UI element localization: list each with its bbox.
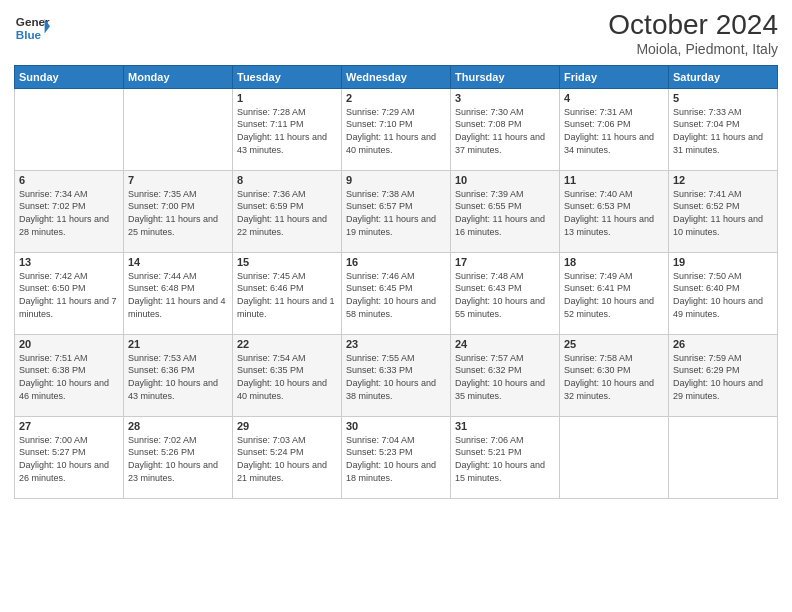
day-cell: 3Sunrise: 7:30 AM Sunset: 7:08 PM Daylig… [451,88,560,170]
day-info: Sunrise: 7:50 AM Sunset: 6:40 PM Dayligh… [673,270,773,320]
week-row-2: 6Sunrise: 7:34 AM Sunset: 7:02 PM Daylig… [15,170,778,252]
week-row-1: 1Sunrise: 7:28 AM Sunset: 7:11 PM Daylig… [15,88,778,170]
week-row-3: 13Sunrise: 7:42 AM Sunset: 6:50 PM Dayli… [15,252,778,334]
day-number: 26 [673,338,773,350]
day-cell: 2Sunrise: 7:29 AM Sunset: 7:10 PM Daylig… [342,88,451,170]
day-cell [669,416,778,498]
day-info: Sunrise: 7:41 AM Sunset: 6:52 PM Dayligh… [673,188,773,238]
day-number: 27 [19,420,119,432]
week-row-4: 20Sunrise: 7:51 AM Sunset: 6:38 PM Dayli… [15,334,778,416]
day-number: 5 [673,92,773,104]
calendar-page: General Blue October 2024 Moiola, Piedmo… [0,0,792,612]
day-cell: 22Sunrise: 7:54 AM Sunset: 6:35 PM Dayli… [233,334,342,416]
day-info: Sunrise: 7:04 AM Sunset: 5:23 PM Dayligh… [346,434,446,484]
day-info: Sunrise: 7:53 AM Sunset: 6:36 PM Dayligh… [128,352,228,402]
day-info: Sunrise: 7:33 AM Sunset: 7:04 PM Dayligh… [673,106,773,156]
day-cell: 5Sunrise: 7:33 AM Sunset: 7:04 PM Daylig… [669,88,778,170]
day-number: 13 [19,256,119,268]
day-cell: 26Sunrise: 7:59 AM Sunset: 6:29 PM Dayli… [669,334,778,416]
day-header-tuesday: Tuesday [233,65,342,88]
logo: General Blue [14,10,50,46]
day-number: 18 [564,256,664,268]
day-cell: 20Sunrise: 7:51 AM Sunset: 6:38 PM Dayli… [15,334,124,416]
day-info: Sunrise: 7:59 AM Sunset: 6:29 PM Dayligh… [673,352,773,402]
day-number: 4 [564,92,664,104]
day-number: 30 [346,420,446,432]
day-info: Sunrise: 7:49 AM Sunset: 6:41 PM Dayligh… [564,270,664,320]
day-number: 3 [455,92,555,104]
day-number: 22 [237,338,337,350]
day-number: 23 [346,338,446,350]
day-number: 17 [455,256,555,268]
day-info: Sunrise: 7:03 AM Sunset: 5:24 PM Dayligh… [237,434,337,484]
day-cell: 13Sunrise: 7:42 AM Sunset: 6:50 PM Dayli… [15,252,124,334]
day-info: Sunrise: 7:42 AM Sunset: 6:50 PM Dayligh… [19,270,119,320]
day-number: 28 [128,420,228,432]
day-number: 11 [564,174,664,186]
day-info: Sunrise: 7:55 AM Sunset: 6:33 PM Dayligh… [346,352,446,402]
day-cell: 4Sunrise: 7:31 AM Sunset: 7:06 PM Daylig… [560,88,669,170]
svg-text:Blue: Blue [16,28,42,41]
day-cell: 1Sunrise: 7:28 AM Sunset: 7:11 PM Daylig… [233,88,342,170]
day-cell: 8Sunrise: 7:36 AM Sunset: 6:59 PM Daylig… [233,170,342,252]
day-cell: 21Sunrise: 7:53 AM Sunset: 6:36 PM Dayli… [124,334,233,416]
day-info: Sunrise: 7:28 AM Sunset: 7:11 PM Dayligh… [237,106,337,156]
day-cell: 17Sunrise: 7:48 AM Sunset: 6:43 PM Dayli… [451,252,560,334]
day-cell: 6Sunrise: 7:34 AM Sunset: 7:02 PM Daylig… [15,170,124,252]
day-number: 10 [455,174,555,186]
day-number: 2 [346,92,446,104]
day-cell [124,88,233,170]
day-info: Sunrise: 7:39 AM Sunset: 6:55 PM Dayligh… [455,188,555,238]
day-info: Sunrise: 7:46 AM Sunset: 6:45 PM Dayligh… [346,270,446,320]
calendar-table: SundayMondayTuesdayWednesdayThursdayFrid… [14,65,778,499]
day-info: Sunrise: 7:40 AM Sunset: 6:53 PM Dayligh… [564,188,664,238]
day-number: 12 [673,174,773,186]
day-number: 20 [19,338,119,350]
day-info: Sunrise: 7:31 AM Sunset: 7:06 PM Dayligh… [564,106,664,156]
day-info: Sunrise: 7:00 AM Sunset: 5:27 PM Dayligh… [19,434,119,484]
day-info: Sunrise: 7:45 AM Sunset: 6:46 PM Dayligh… [237,270,337,320]
day-header-friday: Friday [560,65,669,88]
day-cell [560,416,669,498]
day-info: Sunrise: 7:02 AM Sunset: 5:26 PM Dayligh… [128,434,228,484]
day-header-thursday: Thursday [451,65,560,88]
header-row: SundayMondayTuesdayWednesdayThursdayFrid… [15,65,778,88]
day-info: Sunrise: 7:57 AM Sunset: 6:32 PM Dayligh… [455,352,555,402]
month-title: October 2024 [608,10,778,41]
day-info: Sunrise: 7:36 AM Sunset: 6:59 PM Dayligh… [237,188,337,238]
day-number: 29 [237,420,337,432]
day-info: Sunrise: 7:38 AM Sunset: 6:57 PM Dayligh… [346,188,446,238]
header: General Blue October 2024 Moiola, Piedmo… [14,10,778,57]
day-number: 19 [673,256,773,268]
day-number: 9 [346,174,446,186]
day-cell: 31Sunrise: 7:06 AM Sunset: 5:21 PM Dayli… [451,416,560,498]
day-number: 15 [237,256,337,268]
day-cell: 24Sunrise: 7:57 AM Sunset: 6:32 PM Dayli… [451,334,560,416]
day-header-wednesday: Wednesday [342,65,451,88]
day-info: Sunrise: 7:35 AM Sunset: 7:00 PM Dayligh… [128,188,228,238]
day-info: Sunrise: 7:58 AM Sunset: 6:30 PM Dayligh… [564,352,664,402]
week-row-5: 27Sunrise: 7:00 AM Sunset: 5:27 PM Dayli… [15,416,778,498]
day-number: 8 [237,174,337,186]
day-cell: 10Sunrise: 7:39 AM Sunset: 6:55 PM Dayli… [451,170,560,252]
day-cell: 25Sunrise: 7:58 AM Sunset: 6:30 PM Dayli… [560,334,669,416]
location: Moiola, Piedmont, Italy [608,41,778,57]
day-cell: 11Sunrise: 7:40 AM Sunset: 6:53 PM Dayli… [560,170,669,252]
day-header-monday: Monday [124,65,233,88]
day-number: 21 [128,338,228,350]
day-info: Sunrise: 7:06 AM Sunset: 5:21 PM Dayligh… [455,434,555,484]
day-cell: 7Sunrise: 7:35 AM Sunset: 7:00 PM Daylig… [124,170,233,252]
day-info: Sunrise: 7:29 AM Sunset: 7:10 PM Dayligh… [346,106,446,156]
day-cell: 9Sunrise: 7:38 AM Sunset: 6:57 PM Daylig… [342,170,451,252]
day-number: 1 [237,92,337,104]
day-cell: 15Sunrise: 7:45 AM Sunset: 6:46 PM Dayli… [233,252,342,334]
day-cell: 27Sunrise: 7:00 AM Sunset: 5:27 PM Dayli… [15,416,124,498]
day-cell: 30Sunrise: 7:04 AM Sunset: 5:23 PM Dayli… [342,416,451,498]
day-number: 16 [346,256,446,268]
day-number: 6 [19,174,119,186]
day-cell: 16Sunrise: 7:46 AM Sunset: 6:45 PM Dayli… [342,252,451,334]
day-number: 14 [128,256,228,268]
day-header-sunday: Sunday [15,65,124,88]
day-cell [15,88,124,170]
day-cell: 12Sunrise: 7:41 AM Sunset: 6:52 PM Dayli… [669,170,778,252]
